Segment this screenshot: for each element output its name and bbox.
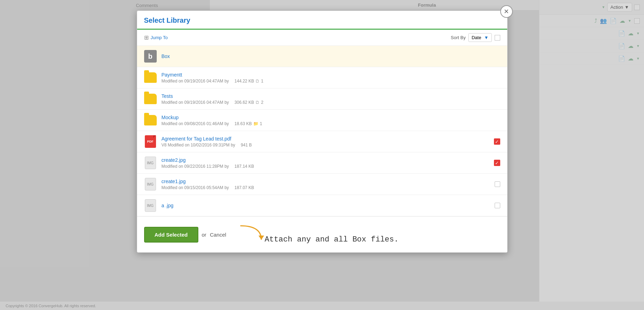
modal-overlay: ✕ Select Library ⊞ Jump To Sort By Date … xyxy=(0,0,644,310)
add-selected-button[interactable]: Add Selected xyxy=(144,227,198,243)
create2-checkbox[interactable]: ✓ xyxy=(494,160,500,166)
folder-count-icon: 📁 xyxy=(253,121,259,126)
mockup-file-info: Mockup Modified on 09/08/2016 01:46AM by… xyxy=(162,115,500,126)
create1-checkbox[interactable] xyxy=(495,181,500,187)
create1-name[interactable]: create1.jpg xyxy=(162,179,490,184)
annotation-container: Attach any and all Box files. xyxy=(230,222,399,247)
create2-name[interactable]: create2.jpg xyxy=(162,157,489,163)
list-item[interactable]: IMG create1.jpg Modified on 09/15/2016 0… xyxy=(137,174,507,195)
ajpg-name[interactable]: a .jpg xyxy=(162,203,490,208)
jump-to-button[interactable]: ⊞ Jump To xyxy=(144,34,168,41)
img-icon-ajpg: IMG xyxy=(144,199,157,212)
sort-dropdown[interactable]: Date ▼ xyxy=(468,33,491,42)
jump-to-grid-icon: ⊞ xyxy=(144,34,149,41)
paymentt-size: 144.22 KB 🗋 1 xyxy=(234,79,263,84)
list-item[interactable]: Tests Modified on 09/19/2016 04:47AM by … xyxy=(137,88,507,110)
agreement-meta: V8 Modified on 10/02/2016 09:31PM by 941… xyxy=(162,143,489,147)
sort-chevron-icon: ▼ xyxy=(484,35,489,40)
annotation-arrow-svg xyxy=(233,222,268,247)
list-item[interactable]: IMG create2.jpg Modified on 09/22/2016 1… xyxy=(137,152,507,174)
create2-file-info: create2.jpg Modified on 09/22/2016 11:28… xyxy=(162,157,489,169)
pdf-shape: PDF xyxy=(145,135,156,148)
create1-modified: Modified on 09/15/2016 05:54AM by xyxy=(162,185,229,190)
agreement-checkbox[interactable]: ✓ xyxy=(494,138,500,145)
sort-by-area: Sort By Date ▼ xyxy=(451,33,500,42)
box-brand-icon: b xyxy=(144,50,157,63)
create1-meta: Modified on 09/15/2016 05:54AM by 187.07… xyxy=(162,185,490,190)
cancel-button[interactable]: Cancel xyxy=(210,232,226,238)
mockup-meta: Modified on 09/08/2016 01:46AM by 18.63 … xyxy=(162,121,500,126)
sort-option-label: Date xyxy=(472,35,481,40)
pdf-icon-agreement: PDF xyxy=(144,135,157,148)
agreement-file-info: Agreement for Tag Lead test.pdf V8 Modif… xyxy=(162,136,489,147)
folder-shape xyxy=(144,115,157,125)
box-file-name[interactable]: Box xyxy=(162,53,500,59)
tests-size: 306.62 KB 🗋 2 xyxy=(234,100,263,105)
sort-by-label: Sort By xyxy=(451,35,466,40)
tests-file-info: Tests Modified on 09/19/2016 04:47AM by … xyxy=(162,93,500,105)
tests-meta: Modified on 09/19/2016 04:47AM by 306.62… xyxy=(162,100,500,105)
file-list-body: b Box Paymentt Modified on 09/19/2016 04… xyxy=(137,46,507,216)
or-text: or xyxy=(202,232,206,238)
img-shape: IMG xyxy=(145,157,156,169)
paymentt-modified: Modified on 09/19/2016 04:47AM by xyxy=(162,79,229,84)
modal-footer: Add Selected or Cancel Attach any and al… xyxy=(137,216,507,252)
close-icon: ✕ xyxy=(504,8,509,15)
annotation-text: Attach any and all Box files. xyxy=(265,235,399,247)
tests-modified: Modified on 09/19/2016 04:47AM by xyxy=(162,100,229,105)
list-item[interactable]: IMG a .jpg xyxy=(137,195,507,216)
modal-header: Select Library xyxy=(137,11,507,30)
create2-meta: Modified on 09/22/2016 11:28PM by 187.14… xyxy=(162,164,489,169)
img-icon-create1: IMG xyxy=(144,178,157,190)
mockup-size: 18.63 KB 📁 1 xyxy=(234,121,262,126)
create2-modified: Modified on 09/22/2016 11:28PM by xyxy=(162,164,229,169)
agreement-size: 941 B xyxy=(241,143,252,147)
jump-to-label: Jump To xyxy=(151,35,168,40)
list-item[interactable]: Paymentt Modified on 09/19/2016 04:47AM … xyxy=(137,67,507,88)
tests-name[interactable]: Tests xyxy=(162,93,500,99)
svg-marker-0 xyxy=(259,236,264,240)
modal-close-button[interactable]: ✕ xyxy=(500,5,513,18)
agreement-modified: V8 Modified on 10/02/2016 09:31PM by xyxy=(162,143,235,147)
create2-size: 187.14 KB xyxy=(234,164,254,169)
mockup-name[interactable]: Mockup xyxy=(162,115,500,120)
sort-header-checkbox[interactable] xyxy=(495,35,500,41)
paymentt-meta: Modified on 09/19/2016 04:47AM by 144.22… xyxy=(162,79,500,84)
img-shape-3: IMG xyxy=(145,199,156,212)
select-library-modal: ✕ Select Library ⊞ Jump To Sort By Date … xyxy=(137,10,508,253)
paymentt-file-info: Paymentt Modified on 09/19/2016 04:47AM … xyxy=(162,72,500,84)
file-doc-icon-2: 🗋 xyxy=(255,100,260,105)
list-item[interactable]: PDF Agreement for Tag Lead test.pdf V8 M… xyxy=(137,131,507,152)
folder-shape xyxy=(144,94,157,104)
folder-icon-mockup xyxy=(144,114,157,127)
folder-icon-tests xyxy=(144,93,157,105)
ajpg-file-info: a .jpg xyxy=(162,203,490,208)
img-shape-2: IMG xyxy=(145,178,156,190)
img-icon-create2: IMG xyxy=(144,157,157,169)
list-item[interactable]: b Box xyxy=(137,46,507,67)
agreement-name[interactable]: Agreement for Tag Lead test.pdf xyxy=(162,136,489,142)
modal-title: Select Library xyxy=(144,16,500,24)
ajpg-checkbox[interactable] xyxy=(495,203,500,208)
box-folder-icon: b xyxy=(144,50,157,63)
box-file-info: Box xyxy=(162,53,500,59)
folder-shape xyxy=(144,72,157,83)
mockup-modified: Modified on 09/08/2016 01:46AM by xyxy=(162,121,229,126)
paymentt-name[interactable]: Paymentt xyxy=(162,72,500,78)
list-item[interactable]: Mockup Modified on 09/08/2016 01:46AM by… xyxy=(137,110,507,131)
modal-toolbar: ⊞ Jump To Sort By Date ▼ xyxy=(137,30,507,46)
file-doc-icon: 🗋 xyxy=(255,79,260,84)
create1-file-info: create1.jpg Modified on 09/15/2016 05:54… xyxy=(162,179,490,190)
folder-icon-paymentt xyxy=(144,71,157,84)
create1-size: 187.07 KB xyxy=(234,185,254,190)
